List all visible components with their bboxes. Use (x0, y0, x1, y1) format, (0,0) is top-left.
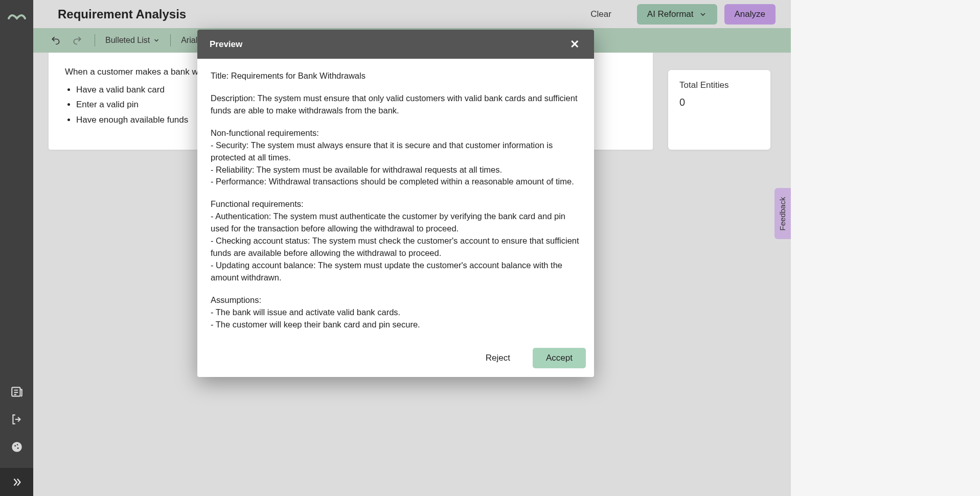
modal-title: Preview (210, 39, 242, 50)
preview-nonfunctional: Non-functional requirements: - Security:… (211, 127, 581, 188)
modal-footer: Reject Accept (197, 339, 594, 377)
modal-header: Preview ✕ (197, 30, 594, 59)
preview-title-line: Title: Requirements for Bank Withdrawals (211, 70, 581, 82)
preview-assumptions: Assumptions: - The bank will issue and a… (211, 294, 581, 331)
reject-button[interactable]: Reject (476, 348, 519, 368)
preview-modal: Preview ✕ Title: Requirements for Bank W… (197, 30, 594, 377)
close-icon[interactable]: ✕ (567, 38, 582, 51)
preview-functional: Functional requirements: - Authenticatio… (211, 198, 581, 284)
preview-description: Description: The system must ensure that… (211, 92, 581, 117)
modal-body[interactable]: Title: Requirements for Bank Withdrawals… (197, 59, 594, 339)
accept-button[interactable]: Accept (533, 348, 586, 368)
